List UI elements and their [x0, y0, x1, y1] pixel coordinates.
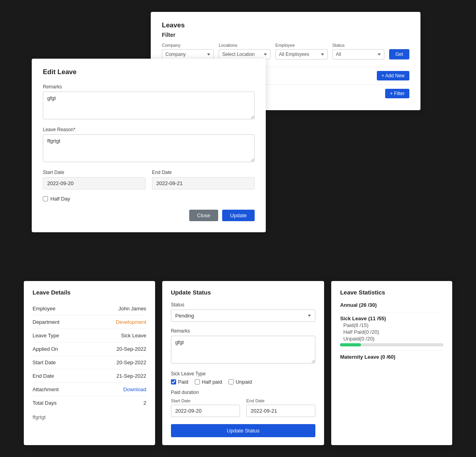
half-paid-label: Half paid — [202, 379, 222, 385]
locations-label: Locations — [219, 43, 271, 48]
details-panel: Leave Details Employee John James Depart… — [24, 281, 155, 445]
date-row: Start Date End Date — [43, 170, 255, 196]
sick-leave-bar-fill — [340, 343, 361, 346]
half-day-checkbox[interactable] — [43, 196, 48, 201]
applied-on-value: 20-Sep-2022 — [116, 346, 146, 352]
sick-leave-type-section: Sick Leave Type Paid Half paid Unpaid — [171, 371, 316, 385]
leave-type-label: Leave Type — [33, 333, 59, 338]
locations-field: Locations Select Location — [219, 43, 271, 59]
filter-title: Filter — [162, 32, 409, 38]
remarks-update-group: Remarks gfgt — [171, 328, 316, 365]
company-field: Company Company — [162, 43, 214, 59]
table-row: Start Date 20-Sep-2022 — [33, 356, 146, 369]
unpaid-label: Unpaid — [236, 379, 252, 385]
leave-type-value: Sick Leave — [121, 333, 146, 338]
checkbox-options: Paid Half paid Unpaid — [171, 379, 316, 385]
paid-sub: Paid(8 /15) — [343, 322, 443, 328]
end-date-input[interactable] — [152, 177, 255, 189]
edit-leave-panel: Edit Leave Remarks gfgt Leave Reason* ff… — [32, 59, 266, 232]
table-row: Leave Type Sick Leave — [33, 329, 146, 342]
leaves-title: Leaves — [162, 21, 409, 29]
paid-duration-section: Paid duration Start Date End Date — [171, 390, 316, 417]
edit-leave-title: Edit Leave — [43, 68, 255, 76]
leave-reason-label: Leave Reason* — [43, 127, 255, 132]
table-row: End Date 21-Sep-2022 — [33, 369, 146, 383]
duration-start-field: Start Date — [171, 398, 240, 417]
table-row: Department Development — [33, 316, 146, 329]
duration-date-row: Start Date End Date — [171, 398, 316, 417]
status-dropdown[interactable]: Pending — [171, 310, 316, 322]
total-days-value: 2 — [143, 400, 146, 406]
sick-leave-stat: Sick Leave (11 /55) Paid(8 /15) Half Pai… — [340, 316, 443, 346]
half-paid-option: Half paid — [195, 379, 222, 385]
company-select[interactable]: Company — [162, 49, 214, 59]
half-paid-sub: Half Paid(0 /20) — [343, 329, 443, 335]
sick-leave-type-label: Sick Leave Type — [171, 371, 316, 377]
start-date-label: Start Date — [33, 359, 56, 365]
duration-end-field: End Date — [246, 398, 315, 417]
locations-select[interactable]: Select Location — [219, 49, 271, 59]
remarks-label: Remarks — [43, 84, 255, 90]
duration-end-input[interactable] — [246, 405, 315, 417]
duration-start-input[interactable] — [171, 405, 240, 417]
company-label: Company — [162, 43, 214, 48]
half-paid-checkbox[interactable] — [195, 379, 200, 384]
remarks-update-textarea[interactable]: gfgt — [171, 336, 316, 363]
table-row: Total Days 2 — [33, 396, 146, 409]
add-new-button[interactable]: + Add New — [377, 71, 409, 80]
start-date-group: Start Date — [43, 170, 146, 189]
department-label: Department — [33, 319, 60, 325]
end-date-value: 21-Sep-2022 — [116, 373, 146, 379]
status-select[interactable]: All — [332, 49, 384, 59]
status-field: Status All — [332, 43, 384, 59]
start-date-value: 20-Sep-2022 — [116, 359, 146, 365]
remarks-textarea[interactable]: gfgt — [43, 92, 255, 119]
update-status-title: Update Status — [171, 289, 316, 296]
attachment-label: Attachment — [33, 386, 59, 392]
annual-stat: Annual (26 /30) — [340, 302, 443, 308]
details-title: Leave Details — [33, 289, 146, 296]
annual-label: Annual (26 /30) — [340, 302, 443, 308]
leave-reason-textarea[interactable]: ffgrtgt — [43, 134, 255, 162]
paid-label: Paid — [178, 379, 188, 385]
paid-duration-label: Paid duration — [171, 390, 316, 395]
maternity-stat: Maternity Leave (0 /60) — [340, 354, 443, 360]
update-status-button[interactable]: Update Status — [171, 424, 316, 437]
table-row: Employee John James — [33, 302, 146, 316]
employee-value: John James — [119, 306, 146, 312]
filter-button[interactable]: + Filter — [385, 89, 409, 98]
unpaid-checkbox[interactable] — [228, 379, 234, 384]
department-value: Development — [116, 319, 146, 325]
update-button[interactable]: Update — [222, 210, 255, 221]
paid-option: Paid — [171, 379, 188, 385]
remarks-update-label: Remarks — [171, 328, 316, 334]
end-date-label: End Date — [152, 170, 255, 175]
start-date-input[interactable] — [43, 177, 146, 189]
employee-select[interactable]: All Employees — [275, 49, 327, 59]
end-date-label: End Date — [33, 373, 54, 379]
sick-leave-label: Sick Leave (11 /55) — [340, 316, 443, 321]
status-select-label: Status — [171, 302, 316, 308]
update-status-panel: Update Status Status Pending Remarks gfg… — [162, 281, 324, 445]
table-row: Applied On 20-Sep-2022 — [33, 342, 146, 356]
applied-on-label: Applied On — [33, 346, 58, 352]
end-date-group: End Date — [152, 170, 255, 189]
unpaid-sub: Unpaid(0 /20) — [343, 336, 443, 342]
half-day-label: Half Day — [50, 196, 70, 202]
get-button[interactable]: Get — [389, 49, 409, 59]
stats-panel: Leave Statistics Annual (26 /30) Sick Le… — [331, 281, 452, 445]
stats-title: Leave Statistics — [340, 289, 443, 296]
duration-end-label: End Date — [246, 398, 315, 403]
paid-checkbox[interactable] — [171, 379, 176, 384]
employee-field: Employee All Employees — [275, 43, 327, 59]
total-days-label: Total Days — [33, 400, 57, 406]
download-link[interactable]: Download — [123, 386, 146, 392]
close-button[interactable]: Close — [189, 210, 218, 221]
half-day-row: Half Day — [43, 196, 255, 202]
unpaid-option: Unpaid — [228, 379, 252, 385]
details-table: Employee John James Department Developme… — [33, 302, 146, 409]
sick-leave-bar — [340, 343, 443, 346]
status-label: Status — [332, 43, 384, 48]
edit-btn-row: Close Update — [43, 210, 255, 221]
table-row: Attachment Download — [33, 383, 146, 396]
